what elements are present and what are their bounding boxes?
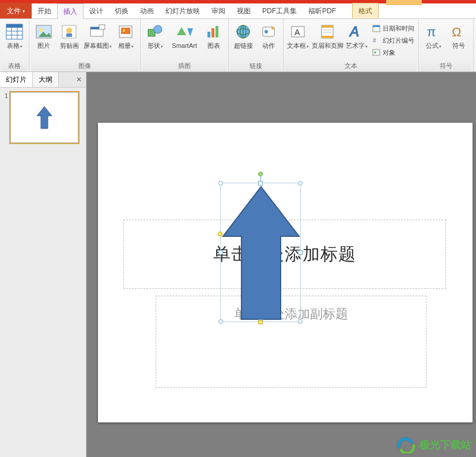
group-label-tables: 表格 bbox=[2, 61, 27, 71]
tab-format[interactable]: 格式 bbox=[352, 3, 379, 18]
btn-equation[interactable]: π 公式 bbox=[421, 21, 445, 57]
headerfooter-icon bbox=[318, 22, 337, 41]
group-label-symbols: 符号 bbox=[421, 61, 471, 71]
resize-handle-br[interactable] bbox=[298, 319, 303, 324]
svg-point-7 bbox=[39, 28, 43, 32]
group-label-illus: 插图 bbox=[143, 61, 226, 71]
btn-wordart[interactable]: A 艺术字 bbox=[345, 21, 369, 57]
object-icon bbox=[372, 48, 381, 57]
resize-handle-mr[interactable] bbox=[298, 250, 303, 255]
textbox-icon: A bbox=[289, 22, 307, 41]
btn-clipart[interactable]: 剪贴画 bbox=[57, 21, 81, 57]
svg-rect-36 bbox=[322, 36, 333, 38]
svg-rect-22 bbox=[207, 32, 210, 37]
svg-marker-21 bbox=[187, 28, 193, 36]
btn-action[interactable]: 动作 bbox=[256, 21, 281, 57]
close-icon: ✕ bbox=[76, 75, 82, 84]
tab-pdftools[interactable]: PDF工具集 bbox=[256, 3, 303, 18]
group-links: 超链接 动作 链接 bbox=[229, 19, 284, 71]
btn-textbox[interactable]: A 文本框 bbox=[286, 21, 310, 57]
svg-rect-24 bbox=[216, 26, 218, 37]
tab-insert[interactable]: 插入 bbox=[57, 3, 84, 19]
panel-tab-outline[interactable]: 大纲 bbox=[33, 72, 59, 87]
svg-rect-23 bbox=[211, 28, 214, 37]
panel-close[interactable]: ✕ bbox=[72, 72, 86, 87]
btn-table[interactable]: 表格 bbox=[2, 21, 27, 57]
symbol-icon: Ω bbox=[449, 22, 468, 41]
tab-review[interactable]: 审阅 bbox=[206, 3, 231, 18]
svg-text:Ω: Ω bbox=[452, 25, 461, 39]
thumb-number: 1 bbox=[5, 92, 8, 143]
svg-text:#: # bbox=[373, 37, 376, 44]
btn-hyperlink[interactable]: 超链接 bbox=[231, 21, 255, 57]
watermark: 极光下载站 bbox=[396, 436, 471, 454]
slidenumber-icon: # bbox=[372, 36, 381, 45]
btn-symbol[interactable]: Ω 符号 bbox=[447, 21, 471, 57]
tab-slideshow[interactable]: 幻灯片放映 bbox=[160, 3, 206, 18]
btn-shapes[interactable]: 形状 bbox=[143, 21, 167, 57]
svg-marker-48 bbox=[223, 187, 299, 319]
group-images: 图片 剪贴画 屏幕截图 相册 图像 bbox=[29, 19, 141, 71]
tab-design[interactable]: 设计 bbox=[84, 3, 109, 18]
ribbon: 表格 表格 图片 剪贴画 屏幕截图 相册 图像 bbox=[0, 19, 476, 72]
slide-canvas[interactable]: 单击此处添加标题 单击此处添加副标题 bbox=[98, 123, 473, 422]
chart-icon bbox=[205, 22, 223, 41]
resize-handle-tl[interactable] bbox=[218, 181, 223, 186]
table-icon bbox=[5, 22, 24, 41]
clipart-icon bbox=[60, 22, 78, 41]
panel-tab-slides[interactable]: 幻灯片 bbox=[0, 72, 33, 87]
svg-point-10 bbox=[66, 28, 72, 33]
btn-picture[interactable]: 图片 bbox=[32, 21, 56, 57]
slide-panel: 幻灯片 大纲 ✕ 1 bbox=[0, 72, 86, 457]
tab-transitions[interactable]: 切换 bbox=[109, 3, 134, 18]
svg-text:A: A bbox=[349, 24, 359, 39]
smartart-icon bbox=[175, 22, 194, 41]
hyperlink-icon bbox=[234, 22, 252, 41]
arrow-shape[interactable] bbox=[221, 183, 301, 323]
tab-view[interactable]: 视图 bbox=[231, 3, 256, 18]
svg-rect-16 bbox=[121, 28, 130, 34]
equation-icon: π bbox=[424, 22, 443, 41]
screenshot-icon bbox=[88, 22, 107, 41]
shape-selection-box[interactable] bbox=[220, 183, 301, 322]
group-text: A 文本框 页眉和页脚 A 艺术字 日期和时间 # 幻灯片编号 bbox=[284, 19, 419, 71]
resize-handle-bl[interactable] bbox=[218, 319, 223, 324]
btn-datetime[interactable]: 日期和时间 bbox=[370, 22, 416, 34]
svg-rect-35 bbox=[322, 25, 333, 28]
action-icon bbox=[259, 22, 278, 41]
btn-album[interactable]: 相册 bbox=[114, 21, 138, 57]
btn-headerfooter[interactable]: 页眉和页脚 bbox=[311, 21, 343, 57]
group-label-links: 链接 bbox=[231, 61, 281, 71]
group-illustrations: 形状 SmartArt 图表 插图 bbox=[141, 19, 229, 71]
svg-marker-20 bbox=[177, 27, 186, 35]
wordart-icon: A bbox=[347, 22, 366, 41]
tab-animations[interactable]: 动画 bbox=[134, 3, 160, 18]
arrow-up-icon bbox=[36, 105, 53, 130]
svg-marker-47 bbox=[37, 107, 52, 129]
tab-file[interactable]: 文件 bbox=[0, 3, 32, 18]
svg-text:A: A bbox=[294, 28, 300, 37]
btn-screenshot[interactable]: 屏幕截图 bbox=[82, 21, 112, 57]
btn-slidenumber[interactable]: # 幻灯片编号 bbox=[370, 35, 416, 46]
group-label-text: 文本 bbox=[286, 61, 416, 71]
svg-point-31 bbox=[265, 30, 268, 33]
resize-handle-tm[interactable] bbox=[258, 181, 263, 186]
svg-rect-1 bbox=[6, 24, 22, 28]
svg-text:π: π bbox=[427, 25, 436, 39]
slide-editor[interactable]: 单击此处添加标题 单击此处添加副标题 bbox=[86, 72, 476, 457]
svg-point-19 bbox=[154, 25, 162, 33]
btn-object[interactable]: 对象 bbox=[370, 47, 416, 58]
resize-handle-ml[interactable] bbox=[218, 250, 223, 255]
rotate-handle[interactable] bbox=[258, 172, 263, 176]
tab-home[interactable]: 开始 bbox=[32, 3, 57, 18]
svg-point-44 bbox=[374, 51, 376, 54]
watermark-icon bbox=[396, 436, 416, 454]
picture-icon bbox=[35, 22, 53, 41]
svg-rect-14 bbox=[99, 25, 105, 29]
btn-smartart[interactable]: SmartArt bbox=[168, 21, 201, 57]
resize-handle-tr[interactable] bbox=[298, 181, 303, 186]
slide-thumbnail-1[interactable] bbox=[10, 92, 78, 143]
main-tabstrip: 文件 开始 插入 设计 切换 动画 幻灯片放映 审阅 视图 PDF工具集 福昕P… bbox=[0, 3, 476, 19]
btn-chart[interactable]: 图表 bbox=[202, 21, 226, 57]
tab-foxitpdf[interactable]: 福昕PDF bbox=[303, 3, 342, 18]
